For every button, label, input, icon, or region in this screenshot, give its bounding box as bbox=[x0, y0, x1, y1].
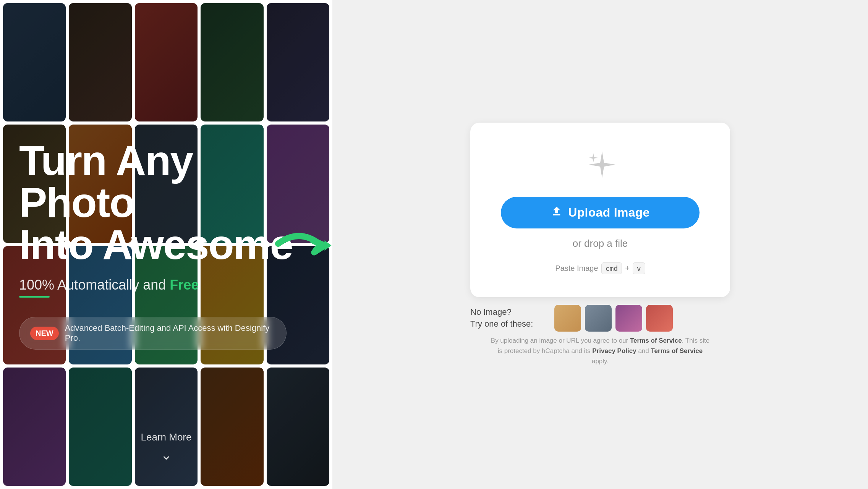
sample-image-2[interactable] bbox=[585, 305, 612, 332]
upload-svg-icon bbox=[551, 205, 563, 217]
new-message: Advanced Batch-Editing and API Access wi… bbox=[65, 323, 275, 343]
sample-image-3[interactable] bbox=[615, 305, 642, 332]
paste-row: Paste Image cmd + v bbox=[555, 262, 645, 274]
terms-text: By uploading an image or URL you agree t… bbox=[489, 335, 711, 367]
paste-v-key: v bbox=[633, 262, 645, 274]
upload-button-label: Upload Image bbox=[568, 206, 649, 220]
paste-label: Paste Image bbox=[555, 264, 598, 273]
terms-of-service-link-1[interactable]: Terms of Service bbox=[630, 337, 682, 344]
terms-of-service-link-2[interactable]: Terms of Service bbox=[651, 347, 703, 355]
right-panel: Upload Image or drop a file Paste Image … bbox=[332, 0, 868, 489]
no-image-line1: No Image? bbox=[470, 306, 547, 318]
paste-plus: + bbox=[625, 264, 630, 273]
learn-more-text: Learn More bbox=[141, 431, 192, 443]
green-arrow-icon bbox=[271, 221, 332, 267]
upload-card: Upload Image or drop a file Paste Image … bbox=[470, 123, 730, 297]
no-image-line2: Try one of these: bbox=[470, 318, 547, 330]
free-highlight: Free bbox=[170, 277, 199, 293]
chevron-down-icon: ⌄ bbox=[160, 447, 172, 463]
new-banner[interactable]: NEW Advanced Batch-Editing and API Acces… bbox=[19, 317, 287, 350]
arrow-container bbox=[271, 221, 332, 268]
sparkle-icon bbox=[581, 146, 619, 184]
no-image-section: No Image? Try one of these: bbox=[470, 305, 730, 332]
free-underline bbox=[19, 296, 50, 298]
sample-image-1[interactable] bbox=[554, 305, 581, 332]
new-badge: NEW bbox=[30, 327, 59, 340]
paste-cmd-key: cmd bbox=[601, 262, 622, 274]
svg-marker-0 bbox=[325, 240, 332, 251]
no-image-label: No Image? Try one of these: bbox=[470, 306, 547, 330]
upload-image-button[interactable]: Upload Image bbox=[501, 197, 700, 228]
upload-icon bbox=[551, 205, 563, 220]
subtitle: 100% Automatically and Free bbox=[19, 277, 313, 293]
left-panel: Turn Any Photo Into Awesome 100% Automat… bbox=[0, 0, 332, 489]
sample-images bbox=[554, 305, 673, 332]
privacy-policy-link[interactable]: Privacy Policy bbox=[592, 347, 636, 355]
learn-more-section[interactable]: Learn More ⌄ bbox=[0, 405, 332, 489]
drop-file-text: or drop a file bbox=[573, 238, 628, 249]
main-heading: Turn Any Photo Into Awesome bbox=[19, 139, 313, 266]
sample-image-4[interactable] bbox=[646, 305, 673, 332]
